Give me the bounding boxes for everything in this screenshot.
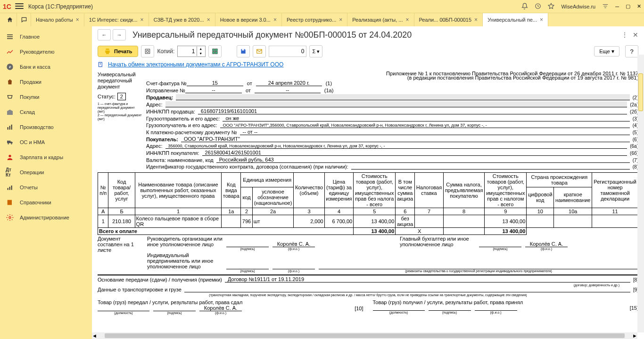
preview-button[interactable] (141, 45, 154, 57)
tab-1[interactable]: 1С Интерес: скидк...× (84, 13, 149, 26)
sidebar-item-12[interactable]: Администрирование (0, 210, 92, 225)
more-button[interactable]: Еще ▾ (594, 46, 619, 56)
truck-icon (6, 138, 14, 146)
sidebar-item-3[interactable]: Продажи (0, 74, 92, 89)
svg-rect-4 (9, 126, 10, 129)
tab-close-icon[interactable]: × (76, 16, 79, 23)
svg-rect-16 (215, 49, 218, 51)
tab-close-icon[interactable]: × (273, 16, 277, 23)
svg-point-12 (9, 217, 11, 218)
svg-point-14 (147, 50, 149, 53)
toolbar-icon[interactable] (602, 3, 609, 10)
back-button[interactable]: ← (98, 29, 111, 40)
hamburger-icon[interactable] (15, 3, 24, 10)
table-row: 1210.180Колесо пальцевое правое в сборе … (98, 215, 638, 228)
kebab-icon[interactable]: ⋮ (621, 31, 628, 39)
svg-rect-3 (8, 127, 8, 129)
chat-tab[interactable] (17, 13, 31, 26)
exchange-icon (98, 61, 104, 68)
svg-point-7 (11, 143, 12, 145)
report-icon (6, 183, 14, 192)
tab-0[interactable]: Начало работы× (31, 13, 84, 26)
svg-rect-9 (8, 188, 8, 190)
wise-link[interactable]: WiseAdwise.ru (561, 4, 595, 9)
gear-icon (6, 213, 14, 222)
bag-icon (6, 78, 14, 86)
sidebar-item-2[interactable]: ₽Банк и касса (0, 59, 92, 74)
save-button[interactable] (237, 45, 250, 57)
tab-close-icon[interactable]: × (140, 16, 144, 23)
tab-close-icon[interactable]: × (540, 16, 543, 23)
tab-4[interactable]: Реестр сотруднико...× (282, 13, 347, 26)
book-icon (6, 198, 14, 207)
scrollbar-vertical[interactable] (637, 55, 644, 332)
sidebar-item-4[interactable]: Покупки (0, 89, 92, 105)
sidebar-item-5[interactable]: Склад (0, 105, 92, 120)
warehouse-icon (6, 108, 14, 116)
svg-rect-17 (213, 52, 215, 54)
tab-7[interactable]: Универсальный пе...× (483, 13, 548, 26)
tab-close-icon[interactable]: × (207, 16, 210, 23)
scrollbar-horizontal[interactable]: ◄► (92, 332, 637, 339)
sidebar-item-7[interactable]: ОС и НМА (0, 135, 92, 150)
chart-icon (6, 48, 14, 56)
cart-icon (6, 93, 14, 101)
bars-icon (6, 123, 14, 131)
sidebar-item-1[interactable]: Руководителю (0, 44, 92, 59)
sidebar-item-8[interactable]: Зарплата и кадры (0, 150, 92, 165)
menu-icon (6, 32, 14, 41)
sidebar-item-6[interactable]: Производство (0, 120, 92, 135)
svg-point-8 (8, 155, 11, 157)
ops-icon: Дт Кт (6, 168, 14, 177)
status-value: 2 (117, 93, 126, 100)
tab-3[interactable]: Новое в версии 3.0...× (215, 13, 282, 26)
tab-2[interactable]: СЗВ-ТД уже в 2020...× (149, 13, 215, 26)
home-tab[interactable] (3, 13, 17, 26)
svg-rect-13 (146, 49, 150, 53)
tab-close-icon[interactable]: × (339, 16, 342, 23)
upd-caption: Универсальный передаточный документ (98, 72, 142, 90)
sidebar-item-10[interactable]: Отчеты (0, 180, 92, 195)
person-icon (6, 153, 14, 161)
offset-input[interactable] (269, 46, 306, 57)
tab-close-icon[interactable]: × (405, 16, 409, 23)
maximize-icon[interactable]: ▢ (626, 3, 630, 9)
close-doc-icon[interactable]: ✕ (633, 31, 638, 39)
tab-6[interactable]: Реали... 00БП-000015× (414, 13, 483, 26)
window-title: Корса (1С:Предприятие) (28, 3, 93, 10)
sum-button[interactable]: Σ ▾ (309, 45, 322, 57)
copies-label: Копий: (157, 48, 174, 55)
bell-icon[interactable] (521, 3, 528, 10)
svg-rect-18 (215, 52, 218, 54)
layout-button[interactable] (208, 45, 222, 57)
print-button[interactable]: Печать (98, 46, 138, 57)
sidebar-item-11[interactable]: Справочники (0, 195, 92, 210)
svg-rect-5 (11, 125, 12, 130)
doc-title: Универсальный передаточный документ №00Б… (132, 30, 412, 40)
tab-5[interactable]: Реализация (акты, ...× (347, 13, 414, 26)
copies-spinner[interactable]: ▲▼ (177, 46, 206, 57)
email-button[interactable] (253, 45, 266, 57)
close-icon[interactable]: ✕ (637, 3, 641, 9)
minimize-icon[interactable]: ─ (615, 4, 619, 9)
svg-rect-11 (11, 186, 12, 190)
svg-rect-10 (9, 187, 10, 190)
exchange-link[interactable]: Начать обмен электронными документами с … (108, 61, 283, 68)
logo-1c: 1C (3, 3, 11, 10)
svg-point-6 (8, 143, 9, 145)
star-icon[interactable] (548, 3, 554, 10)
svg-rect-19 (242, 49, 244, 50)
sidebar-item-9[interactable]: Дт КтОперации (0, 165, 92, 180)
help-button[interactable]: ? (625, 45, 638, 57)
tab-close-icon[interactable]: × (474, 16, 478, 23)
ruble-icon: ₽ (6, 63, 14, 71)
items-table: № п/п Код товара/ работ, услуг Наименова… (98, 172, 638, 235)
svg-rect-15 (213, 49, 215, 51)
sidebar-item-0[interactable]: Главное (0, 29, 92, 44)
forward-button[interactable]: → (113, 29, 126, 40)
history-icon[interactable] (535, 3, 541, 10)
